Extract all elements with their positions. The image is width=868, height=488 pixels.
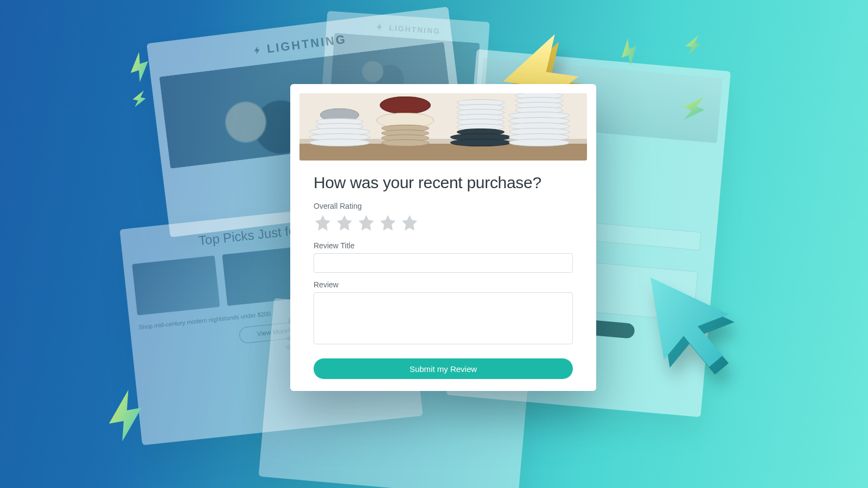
star-2[interactable] xyxy=(335,214,354,234)
star-icon xyxy=(357,214,375,232)
rating-label: Overall Rating xyxy=(314,202,573,210)
review-modal: How was your recent purchase? Overall Ra… xyxy=(290,84,596,391)
review-title-label: Review Title xyxy=(314,241,573,250)
brand-name: LIGHTNING xyxy=(266,33,347,56)
star-icon xyxy=(400,214,419,232)
lightning-icon xyxy=(252,45,263,56)
modal-heading: How was your recent purchase? xyxy=(314,174,573,192)
lightning-icon xyxy=(680,30,711,61)
review-body-input[interactable] xyxy=(314,292,573,344)
product-image xyxy=(299,93,587,160)
star-4[interactable] xyxy=(379,214,397,234)
star-1[interactable] xyxy=(314,214,332,234)
lightning-icon xyxy=(128,86,154,112)
review-body-label: Review xyxy=(314,280,573,289)
submit-review-button[interactable]: Submit my Review xyxy=(314,358,573,379)
rating-input[interactable] xyxy=(314,214,573,234)
star-5[interactable] xyxy=(400,214,419,234)
star-icon xyxy=(379,214,397,232)
star-3[interactable] xyxy=(357,214,375,234)
star-icon xyxy=(314,214,332,232)
star-icon xyxy=(335,214,354,232)
review-title-input[interactable] xyxy=(314,253,573,273)
